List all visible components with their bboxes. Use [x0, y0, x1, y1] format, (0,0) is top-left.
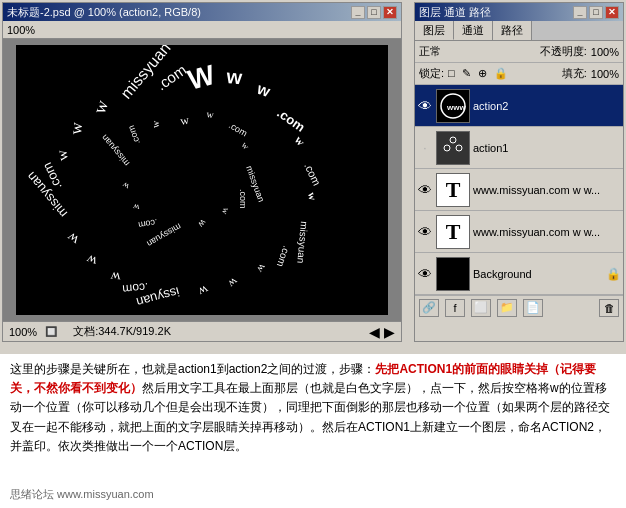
fill-value: 100%	[591, 68, 619, 80]
lock-label: 锁定:	[419, 66, 444, 81]
footer-text: 思绪论坛 www.missyuan.com	[10, 486, 154, 504]
canvas-statusbar: 100% 🔲 文档:344.7K/919.2K ◀ ▶	[3, 321, 401, 341]
opacity-value: 100%	[591, 46, 619, 58]
doc-info: 文档:344.7K/919.2K	[73, 324, 171, 339]
fill-label: 填充:	[562, 66, 587, 81]
minimize-button[interactable]: _	[351, 6, 365, 19]
layer-thumb-background	[436, 257, 470, 291]
svg-text:.com: .com	[126, 124, 142, 146]
layer-new-group-btn[interactable]: 📁	[497, 299, 517, 317]
svg-text:.com: .com	[302, 161, 323, 188]
layer-eye-action2[interactable]: 👁	[417, 98, 433, 114]
canvas-area: W w w .com w .com w missyuan .com	[3, 39, 401, 321]
spiral-art: W w w .com w .com w missyuan .com	[16, 45, 388, 315]
svg-text:w: w	[196, 217, 209, 230]
canvas-title: 未标题-2.psd @ 100% (action2, RGB/8)	[7, 5, 201, 20]
blend-mode-label: 正常	[419, 44, 441, 59]
layer-lock-icon: 🔒	[606, 267, 621, 281]
layer-style-btn[interactable]: f	[445, 299, 465, 317]
layer-thumb-action2: www	[436, 89, 470, 123]
svg-point-42	[456, 145, 462, 151]
layers-panel-title: 图层 通道 路径	[419, 5, 491, 20]
svg-text:w: w	[206, 108, 216, 120]
layer-thumb-text1: T	[436, 173, 470, 207]
layers-lock-controls: 锁定: □ ✎ ⊕ 🔒 填充: 100%	[415, 63, 623, 85]
layer-row-background[interactable]: 👁 Background 🔒	[415, 253, 623, 295]
layer-new-btn[interactable]: 📄	[523, 299, 543, 317]
layers-maximize-btn[interactable]: □	[589, 6, 603, 19]
svg-text:w: w	[64, 229, 82, 248]
svg-text:w: w	[255, 262, 269, 275]
layer-mask-btn[interactable]: ⬜	[471, 299, 491, 317]
svg-text:w: w	[89, 97, 112, 116]
canvas-image: W w w .com w .com w missyuan .com	[16, 45, 388, 315]
layer-name-text1: www.missyuan.com w w...	[473, 184, 621, 196]
svg-text:w: w	[225, 275, 241, 292]
svg-text:www: www	[446, 103, 466, 112]
svg-text:w: w	[220, 206, 232, 216]
zoom-status: 100%	[9, 326, 37, 338]
photoshop-workspace: 未标题-2.psd @ 100% (action2, RGB/8) _ □ ✕ …	[0, 0, 626, 355]
close-button[interactable]: ✕	[383, 6, 397, 19]
svg-text:w: w	[132, 202, 141, 213]
canvas-window: 未标题-2.psd @ 100% (action2, RGB/8) _ □ ✕ …	[2, 2, 402, 342]
layer-thumb-action1	[436, 131, 470, 165]
layer-name-action2: action2	[473, 100, 621, 112]
lock-icons: □ ✎ ⊕ 🔒	[448, 67, 510, 80]
layer-row-action2[interactable]: 👁 www action2	[415, 85, 623, 127]
svg-text:.com: .com	[275, 244, 293, 268]
svg-text:.com: .com	[274, 105, 307, 135]
layer-thumb-text2: T	[436, 215, 470, 249]
layer-row-action1[interactable]: · action1	[415, 127, 623, 169]
bottom-description: 这里的步骤是关键所在，也就是action1到action2之间的过渡，步骤：先把…	[10, 360, 616, 456]
layers-tabs: 图层 通道 路径	[415, 21, 623, 41]
layers-panel-titlebar: 图层 通道 路径 _ □ ✕	[415, 3, 623, 21]
layer-eye-text2[interactable]: 👁	[417, 224, 433, 240]
svg-text:w: w	[292, 133, 309, 149]
svg-text:w: w	[306, 191, 319, 201]
bottom-text-area: 这里的步骤是关键所在，也就是action1到action2之间的过渡，步骤：先把…	[0, 352, 626, 508]
layer-eye-text1[interactable]: 👁	[417, 182, 433, 198]
maximize-button[interactable]: □	[367, 6, 381, 19]
layer-row-text1[interactable]: 👁 T www.missyuan.com w w...	[415, 169, 623, 211]
svg-text:.com: .com	[238, 189, 248, 209]
zoom-label: 100%	[7, 24, 35, 36]
layers-minimize-btn[interactable]: _	[573, 6, 587, 19]
tab-layers[interactable]: 图层	[415, 21, 454, 40]
svg-text:.com: .com	[227, 120, 249, 138]
layers-bottom-toolbar: 🔗 f ⬜ 📁 📄 🗑	[415, 295, 623, 319]
svg-point-43	[450, 137, 456, 143]
layer-link-btn[interactable]: 🔗	[419, 299, 439, 317]
layers-panel-buttons: _ □ ✕	[573, 6, 619, 19]
layer-eye-action1[interactable]: ·	[417, 140, 433, 156]
canvas-titlebar: 未标题-2.psd @ 100% (action2, RGB/8) _ □ ✕	[3, 3, 401, 21]
layer-delete-btn[interactable]: 🗑	[599, 299, 619, 317]
svg-text:w: w	[179, 113, 190, 128]
svg-text:w: w	[254, 80, 273, 101]
layers-list: 👁 www action2 ·	[415, 85, 623, 295]
svg-text:w: w	[53, 149, 71, 163]
tab-paths[interactable]: 路径	[493, 21, 532, 40]
canvas-toolbar: 100%	[3, 21, 401, 39]
svg-text:w: w	[109, 269, 121, 285]
svg-text:w: w	[84, 251, 99, 269]
svg-point-41	[444, 145, 450, 151]
svg-text:w: w	[120, 180, 131, 192]
svg-text:missyuan: missyuan	[295, 221, 310, 264]
layers-blend-controls: 正常 不透明度: 100%	[415, 41, 623, 63]
layer-name-action1: action1	[473, 142, 621, 154]
text-intro-1: 这里的步骤是关键所在，也就是action1到action2之间的过渡，步骤：	[10, 362, 375, 376]
layers-close-btn[interactable]: ✕	[605, 6, 619, 19]
layer-eye-background[interactable]: 👁	[417, 266, 433, 282]
svg-text:missyuan: missyuan	[99, 133, 131, 169]
svg-text:w: w	[150, 120, 161, 128]
svg-text:w: w	[66, 121, 86, 136]
svg-text:w: w	[225, 65, 244, 88]
layer-name-background: Background	[473, 268, 603, 280]
opacity-label: 不透明度:	[540, 44, 587, 59]
svg-text:W: W	[185, 59, 219, 96]
layer-row-text2[interactable]: 👁 T www.missyuan.com w w...	[415, 211, 623, 253]
svg-text:w: w	[196, 282, 211, 300]
tab-channels[interactable]: 通道	[454, 21, 493, 40]
layer-name-text2: www.missyuan.com w w...	[473, 226, 621, 238]
